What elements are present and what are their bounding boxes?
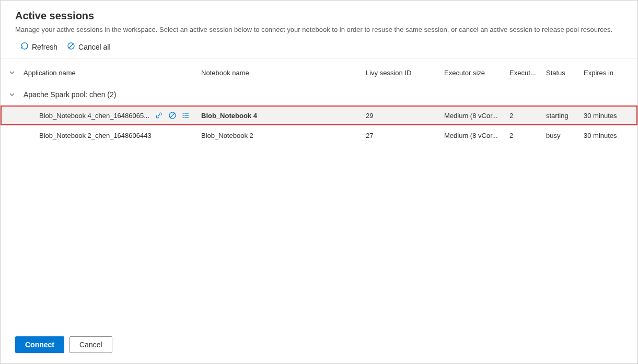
svg-line-3 <box>170 113 175 118</box>
cell-executors: 2 <box>509 132 546 139</box>
table-row[interactable]: Blob_Notebook 4_chen_16486065... <box>1 105 637 125</box>
col-header-livy-id[interactable]: Livy session ID <box>366 69 444 77</box>
col-header-executors[interactable]: Execut... <box>509 69 546 77</box>
col-header-expires[interactable]: Expires in <box>584 69 631 77</box>
refresh-label: Refresh <box>32 43 57 51</box>
table-group-row[interactable]: Apache Spark pool: chen (2) <box>1 84 637 105</box>
cancel-icon <box>67 42 75 52</box>
cell-executor-size: Medium (8 vCor... <box>444 112 509 120</box>
cell-executors: 2 <box>509 112 546 120</box>
cell-app-name: Blob_Notebook 2_chen_1648606443 <box>39 132 152 139</box>
cell-status: busy <box>546 132 584 139</box>
svg-line-1 <box>69 44 73 48</box>
group-label: Apache Spark pool: chen (2) <box>24 90 637 99</box>
table-header-row: Application name Notebook name Livy sess… <box>1 58 637 84</box>
page-title: Active sessions <box>15 10 623 22</box>
cell-executor-size: Medium (8 vCor... <box>444 132 509 139</box>
cell-status: starting <box>546 112 584 120</box>
svg-point-8 <box>183 115 183 116</box>
connect-icon[interactable] <box>155 111 163 120</box>
col-header-status[interactable]: Status <box>546 69 584 77</box>
expand-all-toggle[interactable] <box>1 69 24 76</box>
refresh-button[interactable]: Refresh <box>20 41 57 53</box>
cell-app-name: Blob_Notebook 4_chen_16486065... <box>39 112 149 120</box>
refresh-icon <box>20 42 29 52</box>
panel-header: Active sessions Manage your active sessi… <box>1 1 637 34</box>
cancel-all-button[interactable]: Cancel all <box>67 41 110 53</box>
cell-livy-id: 27 <box>366 132 444 139</box>
cell-notebook-name: Blob_Notebook 4 <box>201 112 366 120</box>
toolbar: Refresh Cancel all <box>1 34 637 58</box>
svg-point-7 <box>183 113 183 114</box>
svg-point-9 <box>183 118 183 118</box>
cancel-button[interactable]: Cancel <box>69 336 112 353</box>
connect-button[interactable]: Connect <box>15 336 64 353</box>
cell-livy-id: 29 <box>366 112 444 120</box>
page-subtitle: Manage your active sessions in the works… <box>15 25 623 34</box>
table-row[interactable]: Blob_Notebook 2_chen_1648606443 Blob_Not… <box>1 125 637 145</box>
cancel-session-icon[interactable] <box>168 111 177 120</box>
sessions-table: Application name Notebook name Livy sess… <box>1 58 637 328</box>
cancel-all-label: Cancel all <box>78 43 110 51</box>
col-header-app-name[interactable]: Application name <box>24 69 201 77</box>
group-expand-toggle[interactable] <box>1 91 24 98</box>
cell-notebook-name: Blob_Notebook 2 <box>201 132 366 139</box>
col-header-executor-size[interactable]: Executor size <box>444 69 509 77</box>
col-header-notebook-name[interactable]: Notebook name <box>201 69 366 77</box>
panel-footer: Connect Cancel <box>1 328 637 363</box>
cell-expires: 30 minutes <box>584 112 631 120</box>
list-icon[interactable] <box>182 111 190 120</box>
cell-expires: 30 minutes <box>584 132 631 139</box>
active-sessions-panel: Active sessions Manage your active sessi… <box>0 0 638 364</box>
